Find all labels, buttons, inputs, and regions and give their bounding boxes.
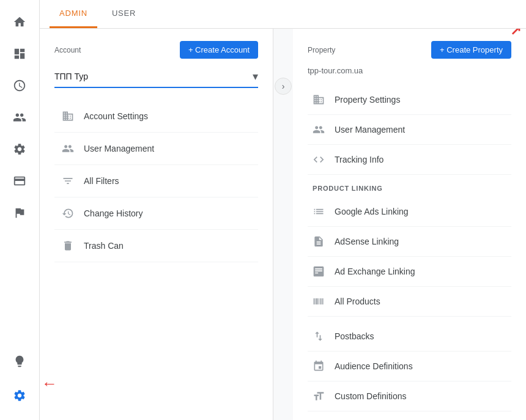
account-settings-item[interactable]: Account Settings: [54, 100, 258, 133]
property-settings-item[interactable]: Property Settings: [308, 85, 511, 115]
adsense-linking-item[interactable]: AdSense Linking: [308, 227, 511, 257]
account-menu-list: Account Settings User Management All Fil…: [54, 100, 258, 262]
property-column: ↗ Property + Create Property tpp-tour.co…: [293, 29, 526, 420]
extra-items-list: Postbacks Audience Definitions Custom De…: [308, 322, 511, 420]
postbacks-label: Postbacks: [335, 331, 374, 341]
custom-def-icon: [313, 390, 325, 402]
change-history-label: Change History: [84, 208, 143, 218]
product-linking-list: Google Ads Linking AdSense Linking Ad Ex…: [308, 197, 511, 317]
filter-icon: [62, 175, 74, 187]
account-dropdown[interactable]: ТПП Тур ▾: [54, 66, 258, 88]
change-history-item[interactable]: Change History: [54, 197, 258, 230]
property-header: Property + Create Property: [308, 41, 511, 59]
ad-exchange-linking-item[interactable]: Ad Exchange Linking: [308, 257, 511, 287]
tracking-info-item[interactable]: Tracking Info: [308, 145, 511, 175]
audience-definitions-label: Audience Definitions: [335, 361, 413, 371]
code-icon: [313, 153, 325, 166]
main-content: ADMIN USER Account + Create Account ТПП …: [40, 0, 526, 420]
tab-admin[interactable]: ADMIN: [50, 0, 97, 28]
sidebar-item-credit-card[interactable]: [5, 166, 34, 196]
account-header: Account + Create Account: [54, 41, 258, 59]
all-filters-item[interactable]: All Filters: [54, 165, 258, 197]
ad-exchange-linking-label: Ad Exchange Linking: [335, 267, 415, 276]
sidebar: [0, 0, 40, 420]
create-account-button[interactable]: + Create Account: [180, 41, 258, 59]
audience-icon: [313, 360, 325, 372]
divider-arrow-icon: ›: [275, 78, 292, 95]
tab-user[interactable]: USER: [102, 0, 146, 28]
property-settings-icon: [313, 94, 325, 106]
sidebar-bottom: [5, 347, 34, 410]
trash-can-label: Trash Can: [84, 241, 124, 251]
users-icon: [62, 142, 74, 155]
sidebar-item-people[interactable]: [5, 103, 34, 132]
all-filters-label: All Filters: [84, 176, 119, 186]
google-ads-icon: [313, 205, 325, 218]
account-dropdown-value: ТПП Тур: [54, 72, 88, 81]
tracking-info-label: Tracking Info: [335, 155, 383, 164]
arrow-top-right-indicator: ↗: [510, 29, 521, 39]
custom-definitions-label: Custom Definitions: [335, 391, 407, 401]
user-management-item[interactable]: User Management: [54, 133, 258, 165]
sidebar-item-settings-nav[interactable]: [5, 134, 34, 164]
account-column: Account + Create Account ТПП Тур ▾ Accou…: [40, 29, 273, 420]
prop-users-icon: [313, 123, 325, 136]
barcode-icon: [313, 295, 325, 308]
user-management-label: User Management: [84, 144, 154, 153]
postbacks-icon: [313, 330, 325, 342]
all-products-label: All Products: [335, 297, 380, 306]
tabs-bar: ADMIN USER: [40, 0, 526, 29]
property-settings-label: Property Settings: [335, 95, 400, 105]
chevron-down-icon: ▾: [253, 70, 258, 83]
account-label: Account: [54, 46, 81, 54]
ad-exchange-icon: [313, 265, 325, 278]
prop-user-management-label: User Management: [335, 125, 405, 134]
sidebar-item-clock[interactable]: [5, 71, 34, 100]
sidebar-item-home[interactable]: [5, 7, 34, 37]
trash-can-item[interactable]: Trash Can: [54, 230, 258, 262]
property-label: Property: [308, 46, 335, 54]
custom-definitions-item[interactable]: Custom Definitions: [308, 381, 511, 411]
audience-definitions-item[interactable]: Audience Definitions: [308, 352, 511, 381]
adsense-icon: [313, 235, 325, 248]
trash-icon: [62, 240, 74, 252]
product-linking-section-label: PRODUCT LINKING: [308, 175, 511, 197]
postbacks-item[interactable]: Postbacks: [308, 322, 511, 352]
property-user-management-item[interactable]: User Management: [308, 115, 511, 145]
google-ads-linking-item[interactable]: Google Ads Linking: [308, 197, 511, 227]
property-domain: tpp-tour.com.ua: [308, 66, 511, 75]
create-property-button[interactable]: + Create Property: [431, 41, 511, 59]
admin-panel: Account + Create Account ТПП Тур ▾ Accou…: [40, 29, 526, 420]
sidebar-item-lightbulb[interactable]: [5, 347, 34, 376]
property-menu-list: Property Settings User Management Tracki…: [308, 85, 511, 175]
data-import-item[interactable]: Data Import: [308, 411, 511, 420]
adsense-linking-label: AdSense Linking: [335, 237, 399, 246]
sidebar-item-settings[interactable]: [5, 381, 34, 410]
column-divider: ›: [273, 29, 293, 420]
account-settings-label: Account Settings: [84, 111, 148, 121]
history-icon: [62, 207, 74, 219]
building-icon: [62, 110, 74, 122]
sidebar-item-dashboard[interactable]: [5, 39, 34, 68]
sidebar-item-flag[interactable]: [5, 198, 34, 227]
google-ads-linking-label: Google Ads Linking: [335, 207, 409, 216]
all-products-item[interactable]: All Products: [308, 287, 511, 317]
